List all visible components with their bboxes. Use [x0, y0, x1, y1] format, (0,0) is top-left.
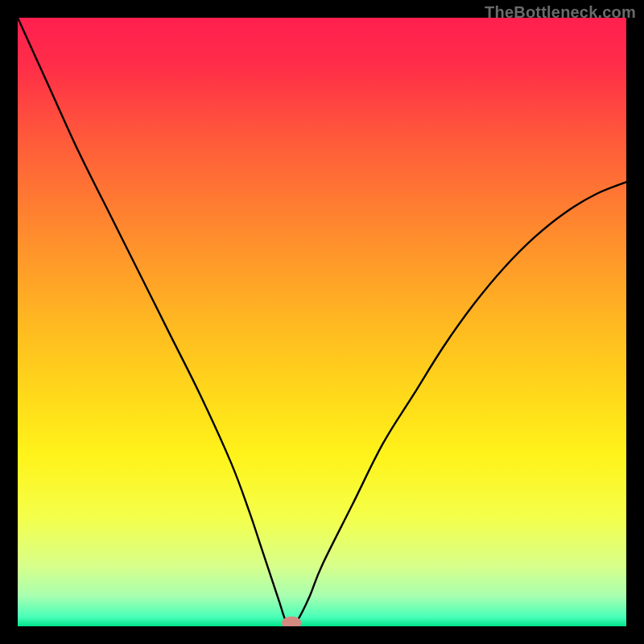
plot-area	[18, 18, 626, 626]
bottleneck-chart	[18, 18, 626, 626]
gradient-background	[18, 18, 626, 626]
watermark-text: TheBottleneck.com	[485, 3, 636, 22]
chart-frame: TheBottleneck.com	[0, 0, 644, 644]
